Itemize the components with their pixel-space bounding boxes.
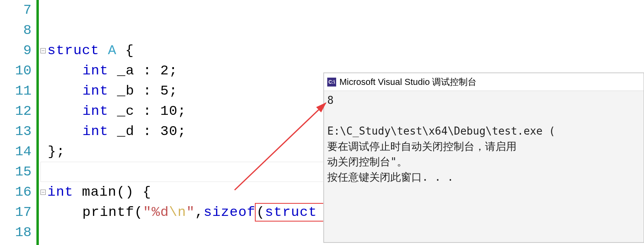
token-plain: _a : 2;	[108, 61, 178, 81]
token-kw: int	[83, 121, 108, 142]
change-bar	[36, 0, 40, 245]
token-kw: int	[83, 61, 108, 81]
token-plain	[48, 101, 83, 121]
token-kw: int	[83, 101, 108, 121]
token-plain: printf(	[48, 202, 143, 222]
code-line[interactable]	[40, 20, 644, 40]
line-number: 12	[0, 101, 32, 121]
line-number: 10	[0, 61, 32, 81]
line-number: 16	[0, 182, 32, 202]
token-plain: _d : 30;	[108, 121, 186, 142]
line-number: 9	[0, 40, 32, 61]
token-kw: sizeof	[203, 202, 255, 222]
line-number: 8	[0, 20, 32, 40]
git-added-bar	[36, 0, 39, 245]
console-output-value: 8	[327, 94, 334, 106]
token-plain: _b : 5;	[108, 81, 178, 101]
token-str: "%d	[143, 202, 169, 222]
token-plain	[48, 61, 83, 81]
console-msg-1: 要在调试停止时自动关闭控制台，请启用	[327, 140, 517, 152]
line-number: 17	[0, 202, 32, 222]
console-title-text: Microsoft Visual Studio 调试控制台	[339, 74, 477, 90]
token-plain	[99, 40, 108, 61]
line-number: 15	[0, 162, 32, 182]
console-titlebar[interactable]: C:\ Microsoft Visual Studio 调试控制台	[324, 73, 644, 91]
token-plain: };	[48, 142, 65, 162]
line-number: 7	[0, 0, 32, 20]
line-number: 11	[0, 81, 32, 101]
code-line[interactable]	[40, 0, 644, 20]
console-output[interactable]: 8 E:\C_Study\test\x64\Debug\test.exe ( 要…	[324, 91, 644, 186]
debug-console-window: C:\ Microsoft Visual Studio 调试控制台 8 E:\C…	[324, 73, 644, 243]
token-kw: int	[83, 81, 108, 101]
token-plain: ,	[195, 202, 203, 222]
console-msg-3: 按任意键关闭此窗口. . .	[327, 171, 453, 183]
code-line[interactable]: struct A {	[40, 40, 644, 61]
token-plain	[48, 81, 83, 101]
console-icon: C:\	[327, 78, 336, 87]
line-number-gutter: 789101112131415161718	[0, 0, 36, 245]
line-number: 18	[0, 222, 32, 243]
fold-toggle-icon[interactable]	[40, 190, 46, 195]
console-msg-2: 动关闭控制台"。	[327, 156, 407, 168]
token-plain	[48, 121, 83, 142]
token-kw: int	[47, 182, 73, 202]
token-kw: struct	[265, 205, 317, 220]
token-plain: (	[256, 205, 265, 220]
console-path-line: E:\C_Study\test\x64\Debug\test.exe (	[327, 125, 555, 137]
line-number: 14	[0, 142, 32, 162]
token-plain: main() {	[73, 182, 151, 202]
fold-toggle-icon[interactable]	[40, 48, 46, 53]
token-kw: struct	[47, 40, 99, 61]
token-str: "	[186, 202, 195, 222]
token-type: A	[108, 40, 117, 61]
token-plain: {	[117, 40, 134, 61]
token-esc: \n	[169, 202, 186, 222]
line-number: 13	[0, 121, 32, 142]
token-plain: _c : 10;	[108, 101, 186, 121]
